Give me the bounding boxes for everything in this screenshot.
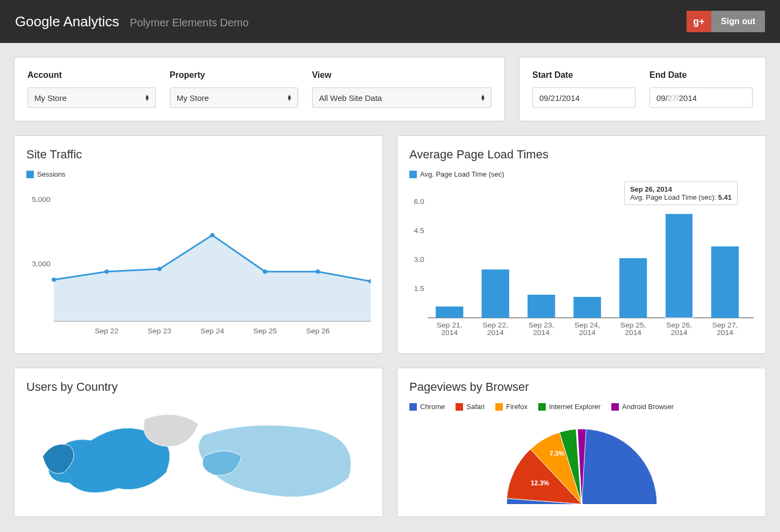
header-left: Google Analytics Polymer Elements Demo bbox=[15, 13, 249, 30]
legend-swatch-icon bbox=[409, 171, 417, 178]
google-plus-button[interactable]: g+ bbox=[687, 11, 711, 32]
signout-button[interactable]: Sign out bbox=[711, 11, 765, 32]
view-field: View All Web Site Data ▲▼ bbox=[312, 70, 492, 108]
account-value: My Store bbox=[34, 93, 67, 103]
property-label: Property bbox=[170, 70, 298, 80]
pageviews-by-browser-title: Pageviews by Browser bbox=[409, 380, 754, 394]
view-label: View bbox=[312, 70, 492, 80]
end-date-prefix: 09/ bbox=[656, 93, 668, 103]
account-field: Account My Store ▲▼ bbox=[27, 70, 156, 108]
legend-item-sessions: Sessions bbox=[26, 170, 66, 178]
x-tick: Sep 27,2014 bbox=[712, 321, 738, 336]
date-range-panel: Start Date 09/21/2014 End Date 09/27/201… bbox=[519, 57, 766, 121]
site-traffic-chart[interactable]: 5,000 3,000 Sep 22 Sep 23 Sep 24 Sep 25 bbox=[26, 186, 371, 341]
legend-item-safari: Safari bbox=[456, 403, 485, 411]
pageviews-by-browser-panel: Pageviews by Browser Chrome Safari Firef… bbox=[397, 368, 766, 517]
legend-label: Chrome bbox=[420, 403, 445, 411]
start-date-field: Start Date 09/21/2014 bbox=[532, 70, 635, 108]
account-selectors-panel: Account My Store ▲▼ Property My Store ▲▼… bbox=[14, 57, 505, 121]
legend-swatch-icon bbox=[538, 403, 546, 411]
load-times-legend: Avg. Page Load Time (sec) bbox=[409, 170, 754, 178]
end-date-label: End Date bbox=[649, 70, 753, 80]
app-title: Google Analytics bbox=[15, 13, 119, 30]
y-tick: 3,000 bbox=[32, 260, 50, 267]
legend-swatch-icon bbox=[495, 403, 503, 411]
x-tick: Sep 25,2014 bbox=[620, 321, 646, 336]
app-subtitle: Polymer Elements Demo bbox=[130, 17, 249, 29]
browser-pie-chart[interactable]: 12.3% 7.3% bbox=[409, 418, 754, 504]
account-label: Account bbox=[27, 70, 156, 80]
legend-label: Android Browser bbox=[622, 403, 674, 411]
chart-tooltip: Sep 26, 2014 Avg. Page Load Time (sec): … bbox=[624, 181, 738, 205]
legend-item-android: Android Browser bbox=[611, 403, 674, 411]
data-point bbox=[52, 278, 56, 282]
property-field: Property My Store ▲▼ bbox=[170, 70, 298, 108]
bar bbox=[528, 295, 555, 318]
google-plus-icon: g+ bbox=[693, 16, 705, 27]
data-point bbox=[210, 233, 215, 237]
y-tick: 6.0 bbox=[414, 198, 424, 205]
end-date-input[interactable]: 09/27/2014 bbox=[649, 88, 753, 108]
data-point bbox=[157, 267, 162, 271]
x-tick: Sep 24 bbox=[200, 327, 225, 334]
y-tick: 1.5 bbox=[414, 285, 424, 292]
x-tick: Sep 24,2014 bbox=[574, 321, 600, 336]
bar bbox=[619, 258, 647, 318]
site-traffic-legend: Sessions bbox=[26, 170, 371, 178]
bar bbox=[574, 297, 601, 318]
y-tick: 3.0 bbox=[414, 256, 424, 263]
legend-swatch-icon bbox=[611, 403, 619, 411]
view-value: All Web Site Data bbox=[319, 93, 382, 103]
y-tick: 4.5 bbox=[414, 227, 424, 234]
app-header: Google Analytics Polymer Elements Demo g… bbox=[0, 0, 780, 43]
map-region-greenland bbox=[144, 414, 199, 447]
x-ticks: Sep 21,2014 Sep 22,2014 Sep 23,2014 Sep … bbox=[437, 321, 738, 336]
bar bbox=[482, 269, 509, 318]
legend-label-loadtime: Avg. Page Load Time (sec) bbox=[420, 170, 504, 178]
legend-label: Firefox bbox=[506, 403, 528, 411]
data-point bbox=[315, 269, 320, 274]
bar-highlighted bbox=[665, 214, 692, 318]
tooltip-value: 5.41 bbox=[718, 193, 732, 201]
view-select[interactable]: All Web Site Data ▲▼ bbox=[312, 88, 492, 108]
end-date-suffix: 2014 bbox=[679, 93, 697, 103]
legend-label-sessions: Sessions bbox=[37, 170, 66, 178]
users-by-country-panel: Users by Country bbox=[14, 368, 383, 517]
y-tick: 5,000 bbox=[32, 195, 50, 203]
area-fill bbox=[54, 235, 371, 321]
load-times-panel: Average Page Load Times Avg. Page Load T… bbox=[397, 135, 766, 354]
load-times-chart[interactable]: Sep 26, 2014 Avg. Page Load Time (sec): … bbox=[409, 186, 754, 341]
property-select[interactable]: My Store ▲▼ bbox=[170, 88, 298, 108]
pie-label-firefox: 7.3% bbox=[550, 450, 565, 457]
legend-swatch-icon bbox=[26, 171, 34, 178]
start-date-input[interactable]: 09/21/2014 bbox=[532, 88, 635, 108]
data-point bbox=[263, 269, 268, 274]
tooltip-date: Sep 26, 2014 bbox=[630, 185, 672, 193]
property-value: My Store bbox=[177, 93, 209, 103]
chevron-updown-icon: ▲▼ bbox=[145, 94, 150, 101]
users-by-country-title: Users by Country bbox=[26, 380, 371, 394]
legend-swatch-icon bbox=[409, 403, 417, 411]
world-map[interactable] bbox=[26, 403, 371, 505]
end-date-field: End Date 09/27/2014 bbox=[649, 70, 753, 108]
start-date-label: Start Date bbox=[532, 70, 635, 80]
start-date-value: 09/21/2014 bbox=[539, 93, 580, 103]
account-select[interactable]: My Store ▲▼ bbox=[27, 88, 156, 108]
chevron-updown-icon: ▲▼ bbox=[287, 94, 292, 101]
load-times-title: Average Page Load Times bbox=[409, 148, 754, 162]
pie-label-safari: 12.3% bbox=[531, 479, 549, 487]
x-tick: Sep 23,2014 bbox=[529, 321, 554, 336]
end-date-gray: 27/ bbox=[668, 93, 679, 103]
x-tick: Sep 25 bbox=[253, 327, 277, 334]
legend-label: Internet Explorer bbox=[549, 403, 601, 411]
bar bbox=[436, 307, 463, 318]
legend-label: Safari bbox=[466, 403, 485, 411]
chevron-updown-icon: ▲▼ bbox=[480, 94, 486, 101]
bar bbox=[711, 246, 739, 318]
browser-legend: Chrome Safari Firefox Internet Explorer … bbox=[409, 403, 754, 411]
x-tick: Sep 21,2014 bbox=[437, 321, 463, 336]
legend-swatch-icon bbox=[456, 403, 463, 411]
site-traffic-panel: Site Traffic Sessions 5,000 3,000 bbox=[14, 135, 383, 354]
legend-item-chrome: Chrome bbox=[409, 403, 445, 411]
x-tick: Sep 26,2014 bbox=[666, 321, 692, 336]
